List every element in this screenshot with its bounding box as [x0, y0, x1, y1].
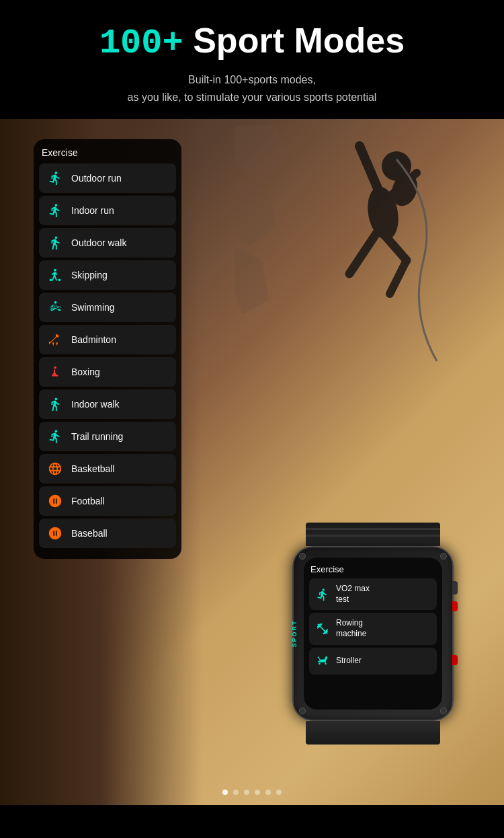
dot-2[interactable]	[233, 790, 239, 795]
outdoor-walk-icon	[46, 233, 65, 252]
vo2-icon	[314, 586, 331, 603]
screw-bl	[299, 708, 306, 714]
exercise-panel: Exercise Outdoor run Indoor run Outdoor …	[34, 139, 181, 559]
screw-tr	[440, 553, 447, 560]
exercise-panel-title: Exercise	[39, 147, 176, 158]
exercise-item-skipping[interactable]: Skipping	[39, 260, 176, 290]
outdoor-run-icon	[46, 169, 65, 188]
outdoor-walk-label: Outdoor walk	[71, 237, 126, 248]
skipping-icon	[46, 266, 65, 284]
rowing-icon	[314, 621, 331, 637]
watch-button-bot-red[interactable]	[452, 655, 458, 665]
svg-line-8	[390, 260, 407, 294]
title-accent: 100+	[99, 24, 183, 63]
swimming-label: Swimming	[71, 302, 115, 313]
badminton-icon	[46, 330, 65, 349]
watch-sport-label: SPORT	[291, 620, 298, 648]
title-rest: Sport Modes	[183, 21, 405, 60]
exercise-item-indoor-walk[interactable]: Indoor walk	[39, 389, 176, 419]
svg-line-6	[349, 233, 376, 274]
exercise-item-outdoor-run[interactable]: Outdoor run	[39, 163, 176, 193]
watch-button-mid-red[interactable]	[452, 601, 458, 611]
swimming-icon	[46, 298, 65, 317]
trail-running-icon	[46, 427, 65, 446]
svg-line-4	[360, 146, 380, 193]
indoor-walk-label: Indoor walk	[71, 399, 120, 410]
watch-case: SPORT Exercise VO2 maxtest Rowingmachine	[292, 546, 454, 721]
screw-br	[440, 708, 447, 714]
svg-line-7	[383, 233, 407, 260]
boxing-label: Boxing	[71, 367, 100, 377]
exercise-item-trail-running[interactable]: Trail running	[39, 422, 176, 451]
exercise-item-football[interactable]: Football	[39, 486, 176, 516]
pagination-dots	[222, 790, 282, 795]
football-icon	[46, 492, 65, 510]
watch-button-top[interactable]	[452, 581, 458, 595]
watch-item-vo2[interactable]: VO2 maxtest	[309, 578, 437, 610]
svg-rect-0	[235, 126, 470, 462]
vo2-label: VO2 maxtest	[336, 584, 370, 605]
badminton-label: Badminton	[71, 334, 116, 345]
watch-strap-top	[306, 523, 440, 546]
indoor-run-icon	[46, 201, 65, 220]
baseball-label: Baseball	[71, 528, 108, 539]
skipping-label: Skipping	[71, 270, 108, 280]
dot-4[interactable]	[255, 790, 260, 795]
header-subtitle: Built-in 100+sports modes, as you like, …	[13, 71, 491, 106]
svg-rect-10	[52, 375, 58, 377]
exercise-item-outdoor-walk[interactable]: Outdoor walk	[39, 228, 176, 258]
page-title: 100+ Sport Modes	[13, 20, 491, 63]
subtitle-line1: Built-in 100+sports modes,	[188, 74, 316, 85]
basketball-icon	[46, 459, 65, 478]
basketball-label: Basketball	[71, 463, 115, 474]
football-label: Football	[71, 496, 105, 506]
baseball-icon	[46, 524, 65, 543]
rowing-label: Rowingmachine	[336, 618, 366, 639]
watch-screen: Exercise VO2 maxtest Rowingmachine	[304, 558, 442, 710]
hero-section: Exercise Outdoor run Indoor run Outdoor …	[0, 119, 504, 805]
exercise-item-baseball[interactable]: Baseball	[39, 519, 176, 548]
exercise-item-basketball[interactable]: Basketball	[39, 454, 176, 484]
watch-item-rowing[interactable]: Rowingmachine	[309, 613, 437, 644]
stroller-label: Stroller	[336, 656, 362, 666]
indoor-run-label: Indoor run	[71, 205, 114, 216]
watch-screen-title: Exercise	[309, 564, 437, 574]
climber-image	[235, 126, 470, 462]
dot-3[interactable]	[244, 790, 249, 795]
stroller-icon	[314, 653, 331, 669]
dot-6[interactable]	[276, 790, 282, 795]
watch-item-stroller[interactable]: Stroller	[309, 648, 437, 675]
outdoor-run-label: Outdoor run	[71, 173, 122, 184]
watch-strap-bottom	[306, 721, 440, 745]
trail-running-label: Trail running	[71, 431, 123, 442]
exercise-item-indoor-run[interactable]: Indoor run	[39, 196, 176, 225]
boxing-icon	[46, 363, 65, 381]
exercise-item-swimming[interactable]: Swimming	[39, 293, 176, 322]
screw-tl	[299, 553, 306, 560]
subtitle-line2: as you like, to stimulate your various s…	[128, 91, 377, 103]
smartwatch: SPORT Exercise VO2 maxtest Rowingmachine	[269, 523, 477, 765]
svg-point-9	[54, 269, 56, 272]
indoor-walk-icon	[46, 395, 65, 414]
header-section: 100+ Sport Modes Built-in 100+sports mod…	[0, 0, 504, 119]
exercise-item-badminton[interactable]: Badminton	[39, 325, 176, 354]
dot-5[interactable]	[265, 790, 271, 795]
exercise-item-boxing[interactable]: Boxing	[39, 357, 176, 387]
dot-1[interactable]	[222, 790, 228, 795]
